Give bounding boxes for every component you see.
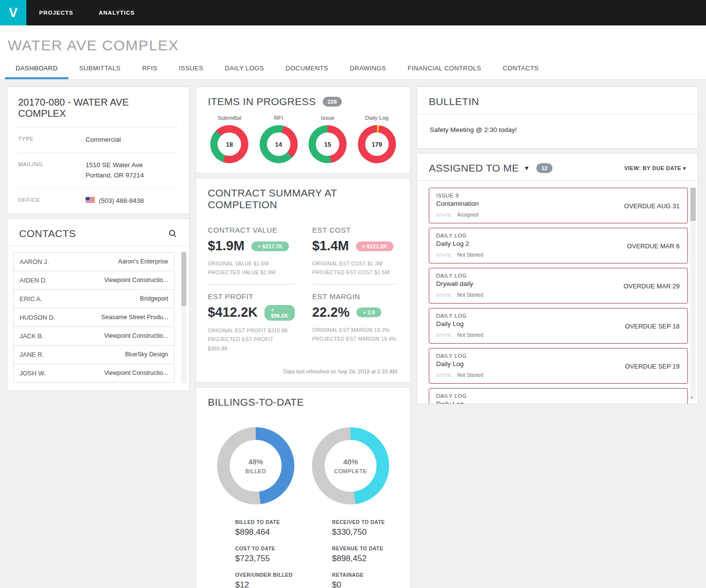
assigned-item[interactable]: DAILY LOG Daily Log STATE Not Started OV… <box>429 308 688 344</box>
stat-value: $330,750 <box>332 527 428 537</box>
caret-down-icon: ▾ <box>683 165 686 171</box>
state-label: STATE <box>436 212 452 218</box>
contact-row[interactable]: JOSH W. Viewpoint Constructio... <box>13 364 175 383</box>
middle-column: ITEMS IN PROGRESS 226 Submittal 18 RFI 1… <box>196 87 411 588</box>
state-value: Not Started <box>457 332 483 338</box>
metric-value: $1.9M <box>208 239 244 254</box>
overdue-date: OVERDUE MAR 6 <box>627 242 680 249</box>
tab-financial-controls[interactable]: FINANCIAL CONTROLS <box>397 59 492 79</box>
billings-title: BILLINGS-TO-DATE <box>208 396 304 408</box>
metric-sub-original: ORIGINAL EST COST $1.3M <box>312 259 398 268</box>
scrollbar-thumb[interactable] <box>690 188 696 221</box>
submittal-donut-block: Submittal 18 <box>210 115 248 163</box>
tab-contacts[interactable]: CONTACTS <box>492 59 550 79</box>
complete-donut-chart[interactable]: 48% COMPLETE <box>312 427 389 504</box>
billed-donut-chart[interactable]: 48% BILLED <box>217 427 294 504</box>
item-name: Daily Log <box>436 360 609 368</box>
field-label: OFFICE <box>18 196 86 206</box>
viewpoint-logo[interactable]: V <box>0 0 26 25</box>
right-column: BULLETIN Safety Meeting @ 2:30 today! AS… <box>417 87 698 404</box>
contact-company: Viewpoint Constructio... <box>104 332 168 339</box>
delta-pill: + $96.5K <box>265 305 294 321</box>
issue-donut-chart[interactable]: 15 <box>309 125 347 163</box>
tab-documents[interactable]: DOCUMENTS <box>275 59 339 79</box>
tab-drawings[interactable]: DRAWINGS <box>339 59 397 79</box>
contact-row[interactable]: AIDEN D. Viewpoint Constructio... <box>13 271 175 290</box>
bulletin-message: Safety Meeting @ 2:30 today! <box>417 114 698 148</box>
tab-rfis[interactable]: RFIS <box>132 59 168 79</box>
tab-bar: DASHBOARD SUBMITTALS RFIS ISSUES DAILY L… <box>5 59 706 79</box>
metric-est-cost: EST COST $1.4M + $121.2K ORIGINAL EST CO… <box>312 218 398 284</box>
billings-card: BILLINGS-TO-DATE 48% BILLED 48% COMPLETE… <box>196 387 411 588</box>
state-label: STATE <box>436 372 452 378</box>
metric-est-profit: EST PROFIT $412.2K + $96.5K ORIGINAL EST… <box>208 284 295 360</box>
assigned-item[interactable]: DAILY LOG Daily Log STATE Not Started OV… <box>429 348 688 384</box>
contact-row[interactable]: JANE R. BlueSky Design <box>13 345 175 364</box>
contact-row[interactable]: AARON J. Aaron's Enterprise <box>13 252 175 271</box>
scrollbar-down-arrow-icon[interactable]: ▾ <box>691 395 693 400</box>
stat-label: REVENUE TO DATE <box>332 545 428 551</box>
stat-value: $898,452 <box>332 554 428 564</box>
scrollbar-thumb[interactable] <box>181 252 186 306</box>
assigned-item[interactable]: ISSUE 9 Contamination STATE Assigned OVE… <box>429 188 688 223</box>
contract-summary-title: CONTRACT SUMMARY AT COMPLETION <box>208 187 398 211</box>
us-flag-icon <box>86 196 95 206</box>
mailing-line-1: 1510 SE Water Ave <box>86 160 144 171</box>
metric-sub-projected: PROJECTED EST MARGIN 19.4% <box>312 334 398 343</box>
page-header: WATER AVE COMPLEX DASHBOARD SUBMITTALS R… <box>0 25 706 80</box>
overdue-date: OVERDUE MAR 29 <box>623 282 680 289</box>
assigned-title: ASSIGNED TO ME <box>429 162 519 174</box>
state-value: Not Started <box>457 372 483 378</box>
rfi-donut-chart[interactable]: 14 <box>260 125 298 163</box>
contacts-scrollbar[interactable] <box>181 252 186 383</box>
metric-value: 22.2% <box>312 305 350 320</box>
metric-est-margin: EST MARGIN 22.2% + 2.9 ORIGINAL EST MARG… <box>312 284 398 360</box>
contact-row[interactable]: JACK B. Viewpoint Constructio... <box>13 327 175 346</box>
item-type: DAILY LOG <box>436 233 609 239</box>
stat-retainage: RETAINAGE $0 <box>332 572 428 588</box>
items-in-progress-count-badge: 226 <box>323 97 342 107</box>
assigned-item[interactable]: DAILY LOG Drywall daily STATE Not Starte… <box>429 268 688 304</box>
metric-value: $1.4M <box>312 239 349 254</box>
item-name: Daily Log <box>436 400 609 404</box>
field-value: Commercial <box>86 135 121 145</box>
nav-item-analytics[interactable]: ANALYTICS <box>86 0 148 25</box>
field-label: MAILING <box>18 160 86 181</box>
submittal-donut-chart[interactable]: 18 <box>210 125 248 163</box>
contact-name: HUDSON D. <box>20 314 55 321</box>
stat-value: $898,464 <box>235 527 331 537</box>
state-label: STATE <box>436 292 452 298</box>
stat-value: $12 <box>235 580 331 588</box>
tab-daily-logs[interactable]: DAILY LOGS <box>214 59 275 79</box>
assigned-scrollbar[interactable]: ▾ <box>690 188 696 401</box>
contact-name: JANE R. <box>20 351 44 358</box>
items-in-progress-card: ITEMS IN PROGRESS 226 Submittal 18 RFI 1… <box>196 87 411 174</box>
metric-sub-projected: PROJECTED EST COST $1.5M <box>312 268 398 277</box>
donut-label: Daily Log <box>365 115 389 121</box>
tab-issues[interactable]: ISSUES <box>168 59 214 79</box>
overdue-date: OVERDUE SEP 19 <box>625 362 680 370</box>
contact-row[interactable]: HUDSON D. Seasame Street Produ... <box>13 308 175 327</box>
item-name: Drywall daily <box>436 280 609 287</box>
stat-billed-to-date: BILLED TO DATE $898,464 <box>235 519 331 537</box>
page-title: WATER AVE COMPLEX <box>0 25 706 59</box>
complete-label: COMPLETE <box>334 468 367 474</box>
tab-dashboard[interactable]: DASHBOARD <box>5 59 68 79</box>
daily-log-donut-chart[interactable]: 179 <box>358 125 396 163</box>
metric-label: CONTRACT VALUE <box>208 226 295 234</box>
contact-row[interactable]: ERIC A. Bridgeport <box>13 289 175 308</box>
contract-summary-card: CONTRACT SUMMARY AT COMPLETION CONTRACT … <box>196 178 411 383</box>
stat-received-to-date: RECEIVED TO DATE $330,750 <box>332 519 428 537</box>
nav-item-projects[interactable]: PROJECTS <box>26 0 86 25</box>
tab-submittals[interactable]: SUBMITTALS <box>68 59 132 79</box>
metric-sub-projected: PROJECTED EST PROFIT $360.8K <box>208 335 295 353</box>
assigned-item[interactable]: DAILY LOG Daily Log 2 STATE Not Started … <box>429 228 688 263</box>
dropdown-arrow-icon[interactable]: ▼ <box>524 165 530 172</box>
item-type: DAILY LOG <box>436 393 609 399</box>
assigned-item[interactable]: DAILY LOG Daily Log STATE Not Started OV… <box>429 388 688 404</box>
stat-revenue-to-date: REVENUE TO DATE $898,452 <box>332 545 428 564</box>
bulletin-title: BULLETIN <box>429 96 479 108</box>
view-by-due-date-select[interactable]: VIEW: BY DUE DATE ▾ <box>624 165 686 172</box>
items-donut-row: Submittal 18 RFI 14 Issue 15 <box>196 114 410 173</box>
search-icon[interactable] <box>168 229 177 239</box>
